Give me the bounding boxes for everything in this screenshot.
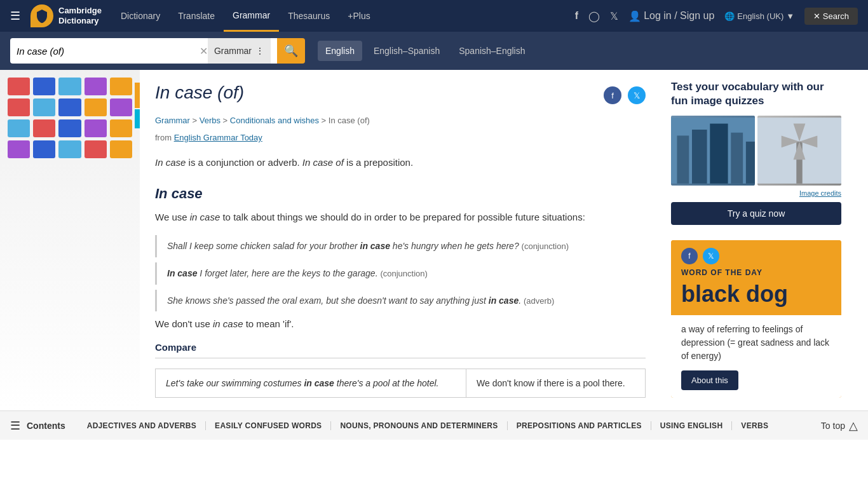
deco-cell (33, 140, 55, 158)
nav-thesaurus[interactable]: Thesaurus (279, 0, 339, 32)
twitter-icon[interactable]: 𝕏 (610, 10, 618, 22)
page-layout: In case (of) f 𝕏 Grammar > Verbs > Condi… (0, 70, 868, 410)
bottom-link-using[interactable]: USING ENGLISH (651, 421, 733, 430)
dictionary-tabs: English English–Spanish Spanish–English (318, 41, 533, 61)
deco-cell (110, 78, 132, 95)
wotd-facebook-button[interactable]: f (681, 248, 698, 264)
chevron-down-icon: ▼ (786, 11, 794, 21)
nav-grammar[interactable]: Grammar (224, 0, 279, 32)
deco-cell (85, 78, 107, 95)
search-input[interactable] (17, 46, 200, 57)
clear-search-button[interactable]: ✕ (200, 45, 208, 57)
breadcrumb-grammar[interactable]: Grammar (155, 116, 190, 125)
wotd-twitter-button[interactable]: 𝕏 (703, 248, 719, 264)
facebook-icon[interactable]: f (575, 10, 578, 22)
example-2: In case I forget later, here are the key… (155, 262, 646, 285)
hamburger-icon[interactable]: ☰ (10, 9, 20, 23)
login-link[interactable]: 👤 Log in / Sign up (628, 10, 714, 22)
svg-rect-3 (710, 124, 728, 184)
search-top-button[interactable]: ✕ Search (804, 8, 858, 25)
nav-translate[interactable]: Translate (169, 0, 224, 32)
bottom-link-confused[interactable]: EASILY CONFUSED WORDS (206, 421, 331, 430)
quiz-button[interactable]: Try a quiz now (671, 202, 841, 225)
word-of-the-day-card: f 𝕏 WORD OF THE DAY black dog a way of r… (671, 240, 841, 398)
instagram-icon[interactable]: ◯ (588, 10, 600, 22)
options-icon: ⋮ (255, 46, 264, 56)
logo-area[interactable]: Cambridge Dictionary (31, 4, 102, 27)
bottom-link-verbs[interactable]: VERBS (732, 421, 777, 430)
no-use-text: We don't use in case to mean 'if'. (155, 316, 646, 332)
deco-cell (8, 119, 30, 137)
right-sidebar: Test your vocabulary with our fun image … (661, 70, 851, 410)
bottom-links: ADJECTIVES AND ADVERBS EASILY CONFUSED W… (78, 421, 778, 430)
deco-cell (58, 140, 81, 158)
to-top-label: To top (821, 421, 845, 431)
main-nav: Dictionary Translate Grammar Thesaurus +… (112, 0, 379, 32)
deco-cell (58, 78, 81, 95)
wotd-definition: a way of referring to feelings of depres… (671, 315, 841, 398)
deco-cell (8, 98, 30, 116)
source-link[interactable]: English Grammar Today (174, 133, 262, 142)
compare-right: We don't know if there is a pool there. (466, 369, 646, 398)
deco-cell (58, 98, 81, 116)
example-3: She knows she's passed the oral exam, bu… (155, 290, 646, 312)
in-case-term: In case (155, 157, 186, 168)
deco-cell (85, 140, 107, 158)
intro-text: In case is a conjunction or adverb. In c… (155, 155, 646, 170)
compare-table: Let's take our swimming costumes in case… (155, 369, 646, 398)
search-type-selector[interactable]: Grammar ⋮ (208, 38, 271, 64)
deco-cell (58, 119, 81, 137)
wotd-social: f 𝕏 (681, 248, 831, 264)
to-top-icon: △ (849, 419, 858, 433)
quiz-card: Test your vocabulary with our fun image … (671, 80, 841, 225)
deco-cell (110, 98, 132, 116)
language-selector[interactable]: 🌐 English (UK) ▼ (724, 11, 794, 21)
section-title: In case (155, 186, 646, 202)
tab-english-spanish[interactable]: English–Spanish (366, 41, 447, 61)
bottom-link-nouns[interactable]: NOUNS, PRONOUNS AND DETERMINERS (331, 421, 507, 430)
bottom-navigation: ☰ Contents ADJECTIVES AND ADVERBS EASILY… (0, 410, 868, 440)
accent-bar-orange (135, 83, 140, 108)
share-facebook-button[interactable]: f (604, 86, 621, 104)
deco-cell (33, 98, 55, 116)
bottom-contents-link[interactable]: Contents (27, 421, 65, 431)
breadcrumb-current: In case (of) (329, 116, 370, 125)
deco-cell (110, 119, 132, 137)
search-input-wrap: ✕ Grammar ⋮ (10, 38, 277, 64)
deco-cell (33, 119, 55, 137)
wotd-about-button[interactable]: About this (681, 370, 738, 390)
logo-text: Cambridge Dictionary (58, 6, 102, 25)
breadcrumb-conditionals[interactable]: Conditionals and wishes (230, 116, 319, 125)
deco-cell (85, 98, 107, 116)
source-note: from English Grammar Today (155, 133, 646, 142)
logo-icon (31, 4, 53, 27)
svg-rect-1 (677, 136, 689, 184)
image-credits-link[interactable]: Image credits (671, 189, 841, 197)
left-decoration (0, 70, 140, 410)
section-body-text: We use in case to talk about things we s… (155, 210, 646, 225)
nav-plus[interactable]: +Plus (339, 0, 379, 32)
search-go-button[interactable]: 🔍 (277, 38, 305, 64)
bottom-link-adj[interactable]: ADJECTIVES AND ADVERBS (78, 421, 206, 430)
svg-rect-2 (692, 130, 707, 184)
top-navigation: ☰ Cambridge Dictionary Dictionary Transl… (0, 0, 868, 32)
nav-dictionary[interactable]: Dictionary (112, 0, 169, 32)
bottom-link-preps[interactable]: PREPOSITIONS AND PARTICLES (508, 421, 651, 430)
share-twitter-button[interactable]: 𝕏 (628, 86, 646, 104)
table-row: Let's take our swimming costumes in case… (156, 369, 646, 398)
breadcrumb-verbs[interactable]: Verbs (200, 116, 220, 125)
quiz-images (671, 116, 841, 186)
article-title: In case (of) (155, 83, 244, 103)
deco-cell (8, 140, 30, 158)
to-top-button[interactable]: To top △ (821, 419, 858, 433)
breadcrumb: Grammar > Verbs > Conditionals and wishe… (155, 116, 646, 125)
tab-spanish-english[interactable]: Spanish–English (451, 41, 532, 61)
tab-english[interactable]: English (318, 41, 362, 61)
nav-social: f ◯ 𝕏 👤 Log in / Sign up 🌐 English (UK) … (575, 8, 858, 25)
globe-icon: 🌐 (724, 11, 735, 21)
quiz-image-2 (757, 116, 841, 186)
bottom-hamburger-icon[interactable]: ☰ (10, 419, 20, 433)
deco-cell (85, 119, 107, 137)
compare-label: Compare (155, 342, 646, 353)
compare-divider (155, 358, 646, 358)
